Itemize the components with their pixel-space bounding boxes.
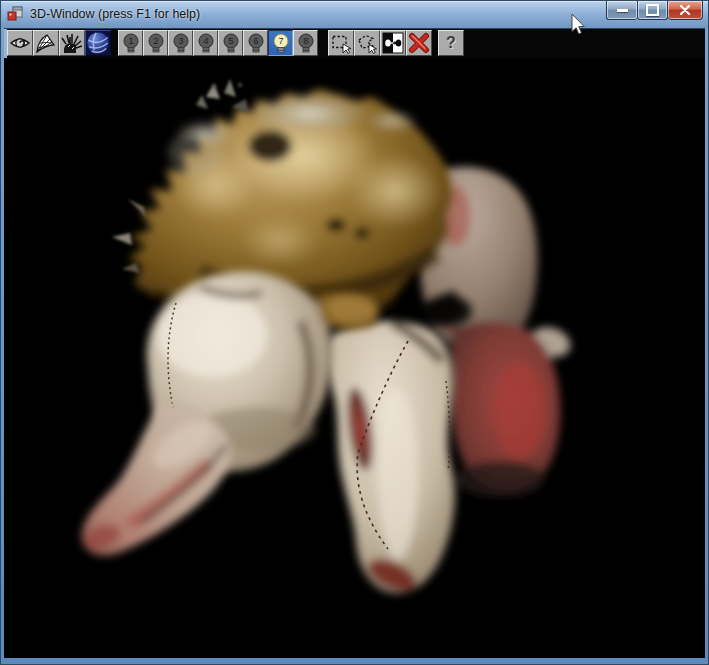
light-bulb-icon: 4 <box>197 33 215 54</box>
bulb-number: 8 <box>303 36 308 46</box>
rectangle-select-icon <box>330 33 352 54</box>
invert-selection-button[interactable] <box>380 30 406 56</box>
polygon-select-icon <box>356 33 378 54</box>
invert-selection-icon <box>382 32 404 54</box>
polygon-select-button[interactable] <box>354 30 380 56</box>
viewport-3d[interactable] <box>4 58 705 658</box>
window: 3D-Window (press F1 for help) <box>0 0 709 665</box>
window-title: 3D-Window (press F1 for help) <box>30 1 200 28</box>
clear-selection-button[interactable] <box>406 30 432 56</box>
view-eye-button[interactable] <box>7 30 33 56</box>
light-button-5[interactable]: 5 <box>218 30 243 56</box>
window-controls <box>606 1 703 20</box>
light-bulb-icon: 1 <box>122 33 140 54</box>
light-button-8[interactable]: 8 <box>293 30 318 56</box>
close-button[interactable] <box>668 1 703 20</box>
maximize-icon <box>646 4 659 16</box>
light-button-1[interactable]: 1 <box>118 30 143 56</box>
rectangle-select-button[interactable] <box>328 30 354 56</box>
render-3d-model <box>4 58 705 658</box>
bulb-number: 2 <box>153 36 158 46</box>
light-bulb-icon: 6 <box>247 33 265 54</box>
light-bulb-icon: 5 <box>222 33 240 54</box>
toolbar-group-selection <box>328 30 432 56</box>
bulb-number: 6 <box>253 36 258 46</box>
bulb-number: 7 <box>278 36 283 46</box>
minimize-button[interactable] <box>606 1 637 20</box>
texture-button[interactable] <box>85 30 111 56</box>
normals-hedgehog-icon <box>61 33 83 54</box>
light-bulb-icon: 2 <box>147 33 165 54</box>
eye-icon <box>9 35 31 51</box>
textured-globe-icon <box>86 30 110 56</box>
light-bulb-icon-lit: 7 <box>272 33 290 54</box>
surface-fan-icon <box>35 33 57 54</box>
light-button-2[interactable]: 2 <box>143 30 168 56</box>
bulb-number: 1 <box>128 36 133 46</box>
maximize-button[interactable] <box>637 1 668 20</box>
toolbar-group-lights: 1 2 3 <box>118 30 318 56</box>
normals-button[interactable] <box>59 30 85 56</box>
draw-style-button[interactable] <box>33 30 59 56</box>
clear-selection-red-x-icon <box>408 32 430 54</box>
close-icon <box>679 5 691 15</box>
help-label: ? <box>446 34 456 52</box>
bulb-number: 4 <box>203 36 208 46</box>
toolbar: 1 2 3 <box>4 29 705 58</box>
minimize-icon <box>617 9 628 12</box>
help-button[interactable]: ? <box>438 30 464 56</box>
light-bulb-icon: 8 <box>297 33 315 54</box>
light-button-6[interactable]: 6 <box>243 30 268 56</box>
light-bulb-icon: 3 <box>172 33 190 54</box>
light-button-4[interactable]: 4 <box>193 30 218 56</box>
bulb-number: 5 <box>228 36 233 46</box>
light-button-7[interactable]: 7 <box>268 30 293 56</box>
mouse-cursor <box>571 13 587 37</box>
bulb-number: 3 <box>178 36 183 46</box>
title-bar[interactable]: 3D-Window (press F1 for help) <box>1 1 708 28</box>
light-button-3[interactable]: 3 <box>168 30 193 56</box>
toolbar-group-help: ? <box>438 30 464 56</box>
toolbar-group-display <box>7 30 111 56</box>
client-area: 1 2 3 <box>4 28 705 658</box>
app-icon <box>7 6 23 22</box>
